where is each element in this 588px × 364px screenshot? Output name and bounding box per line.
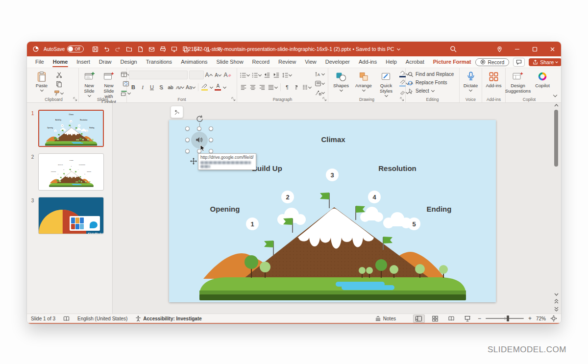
select-button[interactable]: Select: [408, 87, 457, 95]
tab-picture-format[interactable]: Picture Format: [429, 57, 476, 67]
text-shadow-button[interactable]: S: [157, 83, 166, 92]
slide-thumbnail-1[interactable]: 1 2 3 4 5 Opening Build Up Climax Resolu…: [38, 110, 104, 147]
text-direction-button[interactable]: A: [314, 70, 325, 78]
share-button[interactable]: Share: [529, 58, 561, 66]
arrange-button[interactable]: Arrange: [353, 70, 374, 93]
language-indicator[interactable]: English (United States): [77, 316, 127, 321]
find-replace-button[interactable]: Find and Replace: [408, 71, 457, 78]
columns-button[interactable]: [301, 83, 312, 92]
autosave-control[interactable]: AutoSave Off: [44, 46, 84, 52]
justify-button[interactable]: [267, 83, 278, 92]
vertical-scrollbar[interactable]: [553, 104, 560, 313]
zoom-slider-thumb[interactable]: [507, 315, 509, 321]
grow-font-button[interactable]: A: [204, 71, 213, 79]
convert-to-smartart-button[interactable]: [314, 88, 325, 97]
zoom-out-button[interactable]: −: [478, 315, 481, 321]
cut-button[interactable]: [53, 70, 64, 79]
collapse-ribbon-button[interactable]: [553, 91, 557, 99]
comment-icon[interactable]: [193, 46, 200, 52]
decrease-indent-button[interactable]: [263, 71, 271, 79]
fit-to-window-button[interactable]: [550, 315, 557, 322]
slide-thumbnail-3[interactable]: SlideModel: [38, 197, 104, 234]
open-folder-icon[interactable]: [125, 46, 132, 52]
drawing-dialog-launcher-icon[interactable]: [400, 97, 404, 101]
slide-canvas[interactable]: 1 2 3 4 5 Opening Build Up Climax Resolu…: [169, 120, 496, 302]
clipboard-dialog-launcher-icon[interactable]: [73, 97, 77, 101]
shapes-button[interactable]: Shapes: [330, 70, 352, 93]
numbering-button[interactable]: [251, 71, 262, 79]
slide-thumbnail-2[interactable]: 1 2 3 4 5 Opening Build Up Climax Resolu…: [38, 153, 104, 191]
align-left-button[interactable]: [239, 83, 248, 92]
tab-draw[interactable]: Draw: [95, 57, 116, 67]
reading-view-button[interactable]: [445, 315, 457, 323]
present-icon[interactable]: [171, 46, 177, 52]
redo-icon[interactable]: [114, 46, 121, 52]
zoom-in-button[interactable]: +: [528, 315, 532, 321]
format-painter-button[interactable]: [53, 89, 64, 97]
previous-slide-icon[interactable]: [554, 299, 559, 304]
underline-button[interactable]: U: [147, 83, 156, 92]
tab-developer[interactable]: Developer: [321, 57, 354, 67]
qat-more-icon[interactable]: [216, 46, 222, 52]
zoom-level[interactable]: 72%: [536, 316, 546, 321]
copy-icon[interactable]: [182, 46, 189, 52]
tab-slide-show[interactable]: Slide Show: [212, 57, 248, 67]
print-icon[interactable]: [159, 46, 166, 52]
tab-view[interactable]: View: [300, 57, 321, 67]
thumbnail-row-1[interactable]: 1: [27, 110, 113, 147]
tab-review[interactable]: Review: [274, 57, 300, 67]
font-name-combobox[interactable]: [129, 71, 188, 79]
text-highlight-button[interactable]: [200, 83, 209, 92]
tab-insert[interactable]: Insert: [72, 57, 95, 67]
save-icon[interactable]: [92, 46, 98, 52]
new-document-icon[interactable]: [137, 46, 144, 52]
close-icon[interactable]: [548, 45, 556, 53]
line-spacing-button[interactable]: [281, 71, 293, 79]
tab-animations[interactable]: Animations: [176, 57, 212, 67]
powerpoint-logo-icon[interactable]: [32, 45, 40, 53]
next-slide-icon[interactable]: [554, 307, 559, 312]
align-right-button[interactable]: [258, 83, 267, 92]
font-color-button[interactable]: A: [214, 83, 222, 92]
quick-styles-button[interactable]: Quick Styles: [375, 70, 397, 98]
mail-icon[interactable]: [148, 46, 155, 52]
tab-home[interactable]: Home: [49, 57, 73, 67]
tab-transitions[interactable]: Transitions: [142, 57, 176, 67]
maximize-icon[interactable]: [531, 45, 539, 53]
paragraph-dialog-launcher-icon[interactable]: [322, 97, 327, 101]
scrollbar-thumb[interactable]: [554, 110, 558, 167]
tab-acrobat[interactable]: Acrobat: [401, 57, 429, 67]
notes-button[interactable]: Notes: [375, 315, 396, 321]
pin-icon[interactable]: [495, 45, 503, 53]
comments-button[interactable]: [513, 58, 525, 67]
new-slide-button[interactable]: New Slide: [81, 70, 98, 98]
tab-file[interactable]: File: [31, 57, 49, 67]
scroll-up-icon[interactable]: [554, 104, 559, 107]
strikethrough-button[interactable]: ab: [166, 83, 175, 92]
tab-help[interactable]: Help: [381, 57, 401, 67]
design-suggestions-button[interactable]: Design Suggestions: [505, 70, 531, 95]
bullets-button[interactable]: [239, 71, 250, 79]
font-size-combobox[interactable]: [189, 71, 204, 79]
addins-button[interactable]: Add-ins: [483, 70, 505, 90]
slide-sorter-view-button[interactable]: [429, 315, 441, 323]
record-button[interactable]: Record: [475, 58, 509, 66]
paste-button[interactable]: Paste: [31, 70, 52, 93]
scroll-down-icon[interactable]: [554, 293, 559, 296]
zoom-slider[interactable]: [486, 318, 524, 319]
spellcheck-button[interactable]: [63, 315, 70, 321]
tab-add-ins[interactable]: Add-ins: [354, 57, 381, 67]
bold-button[interactable]: B: [129, 83, 138, 92]
thumbnail-row-3[interactable]: 3 SlideModel: [27, 197, 113, 234]
search-icon[interactable]: [449, 45, 457, 53]
minimize-icon[interactable]: [513, 45, 521, 53]
replace-fonts-button[interactable]: AReplace Fonts: [408, 79, 457, 86]
clear-formatting-button[interactable]: A: [223, 71, 232, 79]
slideshow-view-button[interactable]: [462, 315, 473, 323]
ltr-button[interactable]: ¶: [283, 83, 292, 92]
align-center-button[interactable]: [248, 83, 257, 92]
font-color-icon[interactable]: A: [204, 46, 211, 52]
italic-button[interactable]: I: [138, 83, 147, 92]
align-text-button[interactable]: [314, 79, 325, 88]
designer-button[interactable]: [171, 106, 183, 118]
